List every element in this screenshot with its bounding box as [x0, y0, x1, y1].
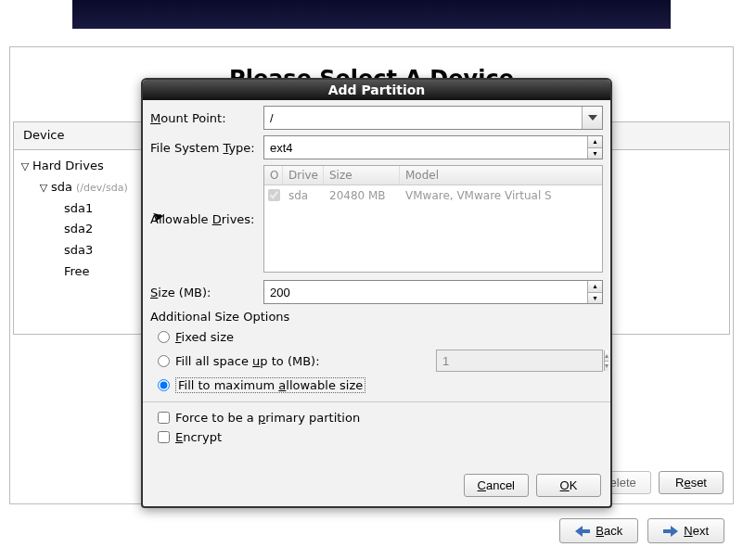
fill-up-spinner: ▴ ▾ [436, 350, 603, 372]
allowable-drives-list[interactable]: O Drive Size Model sda 20480 MB VMware, … [263, 165, 603, 273]
drive-name: sda [283, 189, 324, 204]
size-input[interactable] [264, 281, 587, 303]
chevron-up-icon[interactable]: ▴ [588, 281, 602, 293]
encrypt-label: Encrypt [175, 430, 222, 444]
primary-checkbox[interactable] [158, 412, 170, 424]
drives-col-model[interactable]: Model [400, 166, 602, 185]
tree-label: Free [64, 261, 90, 283]
fill-max-label: Fill to maximum allowable size [175, 377, 365, 393]
drive-size: 20480 MB [324, 189, 400, 204]
add-partition-dialog: Add Partition Mount Point: File System T… [141, 78, 612, 508]
expand-icon[interactable]: ▽ [19, 158, 31, 175]
drive-checkbox[interactable] [268, 189, 280, 201]
nav-button-row: Back Next [559, 518, 724, 543]
tree-label: sda3 [64, 240, 93, 261]
encrypt-checkbox[interactable] [158, 431, 170, 443]
mount-point-label: Mount Point: [150, 111, 263, 125]
drives-header: O Drive Size Model [264, 166, 602, 185]
tree-label: sda2 [64, 219, 93, 240]
device-column-header[interactable]: Device [14, 122, 153, 149]
fill-up-radio-row[interactable]: Fill all space up to (MB): ▴ ▾ [150, 347, 603, 375]
size-spin-buttons[interactable]: ▴ ▾ [587, 281, 602, 303]
primary-label: Force to be a primary partition [175, 411, 360, 425]
arrow-right-icon [663, 526, 678, 537]
fill-max-radio-row[interactable]: Fill to maximum allowable size [150, 375, 603, 396]
encrypt-check-row[interactable]: Encrypt [150, 427, 603, 447]
chevron-up-icon: ▴ [605, 350, 608, 362]
drives-col-size[interactable]: Size [324, 166, 400, 185]
fill-up-input [437, 350, 604, 371]
chevron-down-icon[interactable]: ▾ [588, 293, 602, 304]
dialog-footer: Cancel OK [143, 468, 610, 506]
drives-col-drive[interactable]: Drive [283, 166, 324, 185]
fixed-size-radio[interactable] [158, 331, 170, 343]
chevron-up-icon[interactable]: ▴ [588, 136, 602, 148]
fs-type-input[interactable] [264, 136, 587, 159]
fixed-size-label: Fixed size [175, 330, 234, 344]
tree-label: sda [51, 177, 72, 198]
fs-type-label: File System Type: [150, 141, 263, 155]
drive-model: VMware, VMware Virtual S [400, 189, 602, 204]
allowable-drives-label: Allowable Drives: [150, 212, 263, 226]
fs-type-spinner[interactable]: ▴ ▾ [587, 136, 602, 159]
fill-up-spin-buttons: ▴ ▾ [604, 350, 608, 371]
chevron-down-icon[interactable]: ▾ [588, 148, 602, 159]
disk-path: (/dev/sda) [76, 179, 128, 197]
arrow-left-icon [575, 526, 590, 537]
reset-button[interactable]: Reset [659, 471, 724, 494]
fill-up-radio[interactable] [158, 355, 170, 367]
mount-point-input[interactable] [264, 107, 582, 129]
fs-type-combo[interactable]: ▴ ▾ [263, 135, 603, 159]
top-banner [72, 0, 671, 29]
fill-up-label: Fill all space up to (MB): [175, 354, 320, 368]
tree-label: sda1 [64, 198, 93, 220]
additional-size-group-label: Additional Size Options [150, 310, 603, 324]
cancel-button[interactable]: Cancel [464, 474, 529, 497]
fixed-size-radio-row[interactable]: Fixed size [150, 327, 603, 347]
separator [143, 401, 610, 402]
drive-row[interactable]: sda 20480 MB VMware, VMware Virtual S [264, 185, 602, 208]
mount-point-combo[interactable] [263, 106, 603, 130]
next-button[interactable]: Next [647, 518, 724, 543]
size-spinner[interactable]: ▴ ▾ [263, 280, 603, 304]
ok-button[interactable]: OK [536, 474, 601, 497]
chevron-down-icon[interactable] [582, 107, 602, 129]
back-button[interactable]: Back [559, 518, 638, 543]
fill-max-radio[interactable] [158, 379, 170, 391]
expand-icon[interactable]: ▽ [38, 179, 49, 197]
drives-col-check[interactable]: O [264, 166, 283, 185]
size-label: Size (MB): [150, 286, 263, 299]
chevron-down-icon: ▾ [605, 362, 608, 372]
dialog-title: Add Partition [143, 80, 610, 100]
primary-check-row[interactable]: Force to be a primary partition [150, 408, 603, 427]
tree-label: Hard Drives [32, 156, 104, 177]
